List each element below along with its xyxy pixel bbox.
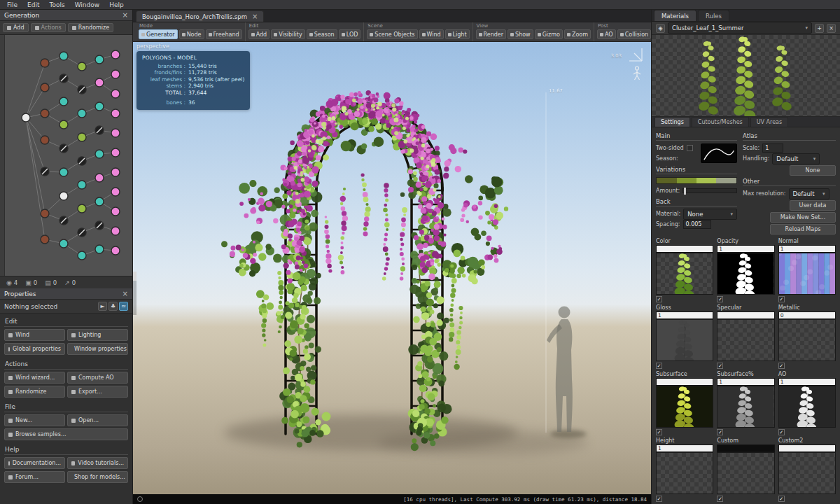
close-tab-icon[interactable]: × [252,13,258,20]
user-data-button[interactable]: User data [790,200,836,211]
menu-file[interactable]: File [2,1,22,8]
map-enabled-checkbox[interactable]: ✓ [717,429,723,435]
map-value-field[interactable] [717,312,774,319]
close-icon[interactable]: × [122,12,128,19]
scene-objects-button[interactable]: Scene Objects [367,29,417,39]
add-node-button[interactable]: Add [3,23,29,32]
map-enabled-checkbox[interactable]: ✓ [717,363,723,369]
reload-maps-button[interactable]: Reload Maps [770,224,836,234]
map-value-field[interactable] [656,245,713,253]
browse-samples-button[interactable]: Browse samples... [4,428,128,440]
viewport-slider-handle[interactable] [133,272,136,281]
map-enabled-checkbox[interactable]: ✓ [656,496,662,502]
map-value-field[interactable]: 1 [717,245,774,253]
map-thumbnail[interactable] [778,452,836,494]
two-sided-checkbox[interactable] [687,145,693,151]
menu-window[interactable]: Window [70,1,105,8]
wind-tool-icon[interactable]: ≈ [119,302,128,311]
wind-button[interactable]: Wind [419,29,444,39]
map-thumbnail[interactable] [656,253,713,295]
amount-slider[interactable] [682,188,737,193]
map-value-field[interactable]: 0 [778,312,836,319]
node-graph-scrollbar[interactable] [0,35,5,276]
video-tutorials-button[interactable]: Video tutorials... [67,457,128,469]
map-thumbnail[interactable] [778,253,836,295]
map-value-field[interactable]: 1 [656,444,713,452]
max-resolution-dropdown[interactable]: Default▾ [789,188,830,200]
collision-button[interactable]: Collision [617,29,651,39]
map-thumbnail[interactable] [717,386,774,428]
map-value-field[interactable]: 1 [778,245,836,253]
plant-tool-icon[interactable]: ♣ [108,302,118,311]
season-button[interactable]: Season [307,29,337,39]
atlas-scale-field[interactable]: 1 [762,144,783,153]
map-enabled-checkbox[interactable]: ✓ [778,363,785,369]
subtab-uv-areas[interactable]: UV Areas [750,117,788,127]
wind-wizard-button[interactable]: Wind wizard... [4,372,65,384]
global-properties-button[interactable]: Global properties [4,343,65,355]
light-button[interactable]: Light [445,29,470,39]
back-material-dropdown[interactable]: None▾ [683,209,737,220]
menu-help[interactable]: Help [104,1,129,8]
figure-icon[interactable] [632,66,642,81]
map-enabled-checkbox[interactable]: ✓ [656,429,662,435]
zoom-button[interactable]: Zoom [564,29,591,39]
lighting-button[interactable]: Lighting [67,329,128,341]
node-graph-canvas[interactable] [5,35,122,276]
documentation-button[interactable]: Documentation... [4,457,65,469]
map-thumbnail[interactable] [656,452,713,494]
close-icon[interactable]: × [122,290,128,298]
cursor-tool-icon[interactable]: ► [98,302,107,311]
tab-rules[interactable]: Rules [698,10,729,21]
export-button[interactable]: Export... [67,386,128,398]
map-thumbnail[interactable] [656,319,713,361]
map-enabled-checkbox[interactable]: ✓ [778,296,785,302]
shop-for-models-button[interactable]: Shop for models... [67,471,128,483]
map-value-field[interactable]: 1 [717,378,774,386]
map-enabled-checkbox[interactable]: ✓ [656,363,662,369]
amount-slider-handle[interactable] [684,188,686,195]
render-button[interactable]: Render [476,29,506,39]
visibility-button[interactable]: Visibility [271,29,305,39]
tab-materials[interactable]: Materials [654,10,696,21]
map-value-field[interactable]: 1 [778,378,836,386]
subtab-settings[interactable]: Settings [654,117,690,127]
new-button[interactable]: New... [4,414,65,426]
map-value-field[interactable] [717,444,774,452]
document-tab[interactable]: Bougainvillea_Hero_ArchTrellis.spm × [136,10,264,22]
map-thumbnail[interactable] [656,386,713,428]
map-thumbnail[interactable] [717,319,774,361]
add-button[interactable]: Add [248,29,270,39]
map-thumbnail[interactable] [717,452,774,494]
material-dropdown[interactable]: Cluster_Leaf_1_Summer ▾ [668,22,812,34]
actions-button[interactable]: Actions [31,23,66,32]
map-value-field[interactable] [656,378,713,386]
menu-edit[interactable]: Edit [22,1,44,8]
lod-button[interactable]: LOD [339,29,361,39]
gizmo-button[interactable]: Gizmo [535,29,563,39]
randomize-graph-button[interactable]: Randomize [68,23,113,32]
open-button[interactable]: Open... [67,414,128,426]
map-enabled-checkbox[interactable]: ✓ [717,496,723,502]
map-enabled-checkbox[interactable]: ✓ [778,429,785,435]
nav-ball-icon[interactable] [137,496,143,502]
show-button[interactable]: Show [507,29,533,39]
subtab-cutouts-meshes[interactable]: Cutouts/Meshes [692,117,749,127]
map-value-field[interactable]: 1 [656,312,713,319]
variations-gradient[interactable] [656,177,737,184]
node-button[interactable]: Node [179,29,204,39]
delete-material-icon[interactable]: × [827,24,836,33]
make-new-set-button[interactable]: Make New Set... [770,212,836,223]
compute-ao-button[interactable]: Compute AO [67,372,128,384]
viewport-3d[interactable]: perspective POLYGONS - MODEL branches :1… [133,42,651,494]
generator-button[interactable]: Generator [139,29,178,39]
randomize-button[interactable]: Randomize [4,386,65,398]
map-enabled-checkbox[interactable]: ✓ [778,496,785,502]
map-thumbnail[interactable] [717,253,774,295]
material-preview[interactable] [652,35,840,117]
window-properties-button[interactable]: Window properties [67,343,128,355]
axis-gizmo-icon[interactable] [626,46,645,64]
atlas-handling-dropdown[interactable]: Default▾ [772,153,820,164]
ao-button[interactable]: AO [597,29,616,39]
map-enabled-checkbox[interactable]: ✓ [717,296,723,302]
